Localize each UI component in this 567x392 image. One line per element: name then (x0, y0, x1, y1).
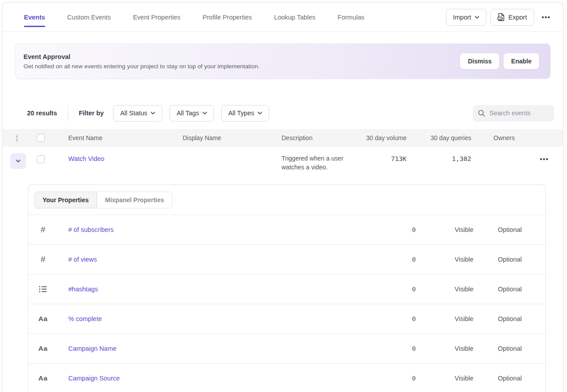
filter-by-label: Filter by (79, 110, 104, 117)
property-name-link[interactable]: Campaign Source (68, 375, 120, 382)
export-button-label: Export (508, 14, 527, 21)
row-overflow-menu-button[interactable]: ••• (540, 155, 549, 163)
property-row: # Aa # of subscribers 0 Visible Optional (28, 215, 545, 245)
property-visibility: Visible (416, 256, 473, 263)
filter-toolbar: 20 results Filter by All Status All Tags… (3, 105, 563, 122)
overflow-menu-button[interactable]: ••• (538, 11, 554, 24)
property-requirement: Optional (473, 256, 522, 263)
property-row: # Aa % complete 0 Visible Optional (28, 304, 545, 334)
import-button[interactable]: Import (446, 9, 486, 26)
property-visibility: Visible (416, 345, 473, 352)
chevron-down-icon (203, 112, 207, 114)
collapse-all-icon[interactable]: ↓↑ (3, 133, 31, 142)
search-box[interactable] (473, 105, 554, 122)
property-sample-count: 0 (367, 256, 416, 263)
property-row: # Aa Campaign Source 0 Visible Optional (28, 364, 545, 392)
filter-dropdown[interactable]: All Types (221, 105, 270, 122)
banner-text: Event Approval Get notified on all new e… (23, 53, 260, 70)
properties-tab-bar: Your Properties Mixpanel Properties (28, 185, 545, 215)
properties-list: # Aa # of subscribers 0 Visible Optional… (28, 215, 545, 392)
property-type-icon: # Aa (28, 374, 58, 382)
property-name-link[interactable]: % complete (68, 315, 102, 322)
property-visibility: Visible (416, 286, 473, 293)
col-event-name: Event Name (52, 134, 167, 141)
property-type-icon: # Aa (28, 345, 58, 353)
event-properties-panel: Your Properties Mixpanel Properties # Aa… (28, 184, 546, 392)
text-type-icon: Aa (39, 345, 48, 353)
property-name-link[interactable]: # of views (68, 256, 97, 263)
list-type-icon (39, 286, 47, 293)
filter-dropdown[interactable]: All Status (113, 105, 162, 122)
nav-tab[interactable]: Formulas (338, 3, 364, 31)
nav-tab[interactable]: Events (24, 3, 45, 31)
chevron-down-icon (258, 112, 262, 114)
property-row: # Aa #hashtags 0 Visible Optional (28, 274, 545, 304)
col-volume: 30 day volume (354, 134, 407, 141)
nav-actions: Import csv Export ••• (446, 9, 554, 26)
event-approval-banner: Event Approval Get notified on all new e… (15, 43, 551, 79)
import-button-label: Import (453, 14, 471, 21)
property-row: # Aa # of views 0 Visible Optional (28, 245, 545, 274)
property-visibility: Visible (416, 315, 473, 322)
divider (68, 105, 68, 121)
property-requirement: Optional (473, 345, 522, 352)
nav-tab[interactable]: Event Properties (133, 3, 180, 31)
property-name-link[interactable]: # of subscribers (68, 226, 113, 233)
property-row: # Aa Campaign Name 0 Visible Optional (28, 334, 545, 364)
lexicon-page: Events Custom Events Event Properties Pr… (2, 2, 563, 392)
row-checkbox[interactable] (37, 155, 45, 163)
properties-segmented-control: Your Properties Mixpanel Properties (34, 192, 172, 208)
property-requirement: Optional (473, 226, 522, 233)
filter-dropdown[interactable]: All Tags (169, 105, 214, 122)
dismiss-button[interactable]: Dismiss (460, 53, 499, 69)
event-row: Watch Video Triggered when a user watche… (3, 147, 563, 175)
property-sample-count: 0 (367, 375, 416, 382)
nav-tab[interactable]: Profile Properties (203, 3, 252, 31)
collapse-row-button[interactable] (10, 153, 26, 169)
property-visibility: Visible (416, 226, 473, 233)
event-queries: 1,382 (407, 147, 471, 162)
event-volume: 713K (354, 147, 407, 162)
col-display-name: Display Name (167, 134, 266, 141)
csv-file-icon: csv (497, 13, 505, 21)
search-icon (478, 110, 485, 117)
export-button[interactable]: csv Export (490, 9, 534, 26)
event-description: Triggered when a user watches a video. (266, 147, 354, 172)
number-type-icon: # (41, 225, 46, 235)
events-table-header: ↓↑ Event Name Display Name Description 3… (3, 129, 563, 147)
property-visibility: Visible (416, 375, 473, 382)
property-sample-count: 0 (367, 286, 416, 293)
property-requirement: Optional (473, 286, 522, 293)
select-all-checkbox[interactable] (37, 134, 45, 142)
results-count: 20 results (27, 110, 57, 117)
nav-tab[interactable]: Lookup Tables (274, 3, 315, 31)
banner-subtitle: Get notified on all new events entering … (23, 63, 260, 70)
properties-tab[interactable]: Your Properties (34, 192, 97, 208)
property-name-link[interactable]: #hashtags (68, 286, 98, 293)
nav-tab[interactable]: Custom Events (67, 3, 111, 31)
top-navigation: Events Custom Events Event Properties Pr… (3, 3, 563, 32)
property-sample-count: 0 (367, 226, 416, 233)
filter-dropdowns: All Status All Tags All Types (113, 105, 269, 122)
properties-tab[interactable]: Mixpanel Properties (97, 192, 172, 208)
svg-text:csv: csv (498, 17, 503, 20)
text-type-icon: Aa (39, 374, 48, 382)
property-requirement: Optional (473, 315, 522, 322)
event-name-link[interactable]: Watch Video (68, 155, 104, 162)
property-sample-count: 0 (367, 315, 416, 322)
property-type-icon: # Aa (28, 315, 58, 323)
property-type-icon: # Aa (28, 255, 58, 264)
chevron-down-icon (475, 16, 479, 19)
property-sample-count: 0 (367, 345, 416, 352)
property-type-icon: # Aa (28, 286, 58, 293)
enable-button[interactable]: Enable (504, 53, 539, 69)
property-name-link[interactable]: Campaign Name (68, 345, 117, 352)
search-input[interactable] (489, 110, 549, 117)
col-owners: Owners (471, 134, 563, 141)
property-type-icon: # Aa (28, 225, 58, 235)
number-type-icon: # (41, 255, 46, 264)
banner-title: Event Approval (23, 53, 260, 60)
chevron-down-icon (16, 160, 20, 162)
chevron-down-icon (151, 112, 155, 114)
banner-actions: Dismiss Enable (460, 53, 539, 69)
